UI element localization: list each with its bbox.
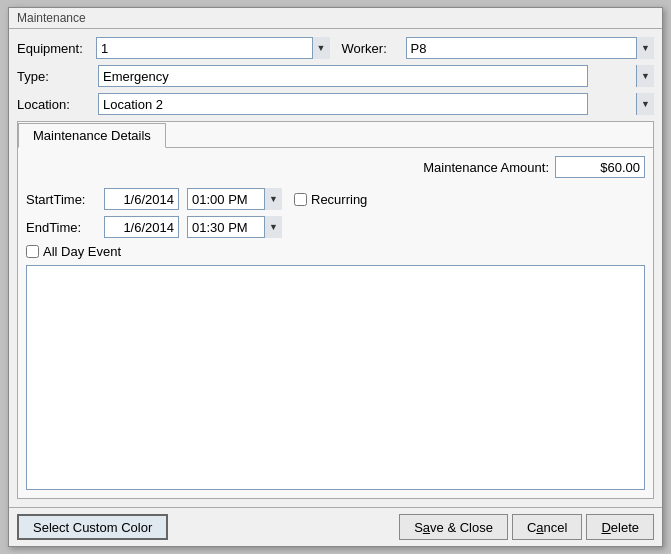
end-time-select-wrapper: 01:30 PM ▼ xyxy=(187,216,282,238)
save-close-button[interactable]: Save & Close xyxy=(399,514,508,540)
starttime-recurring-row: StartTime: 01:00 PM ▼ Recurring xyxy=(26,188,645,210)
tab-container: Maintenance Details Maintenance Amount: … xyxy=(17,121,654,499)
location-select[interactable]: Location 2 xyxy=(98,93,588,115)
delete-label: Delete xyxy=(601,520,639,535)
start-time-select[interactable]: 01:00 PM xyxy=(187,188,282,210)
recurring-label: Recurring xyxy=(311,192,367,207)
all-day-checkbox[interactable] xyxy=(26,245,39,258)
worker-select-wrapper: P8 ▼ xyxy=(406,37,655,59)
location-select-wrapper: Location 2 ▼ xyxy=(98,93,654,115)
custom-color-button[interactable]: Select Custom Color xyxy=(17,514,168,540)
type-dropdown-arrow: ▼ xyxy=(636,65,654,87)
location-label: Location: xyxy=(17,97,92,112)
start-date-input[interactable] xyxy=(104,188,179,210)
type-row: Type: Emergency ▼ xyxy=(17,65,654,87)
tab-content: Maintenance Amount: StartTime: 01:00 PM … xyxy=(18,148,653,498)
equipment-section: Equipment: 1 ▼ xyxy=(17,37,330,59)
type-select[interactable]: Emergency xyxy=(98,65,588,87)
worker-section: Worker: P8 ▼ xyxy=(342,37,655,59)
dialog-body: Equipment: 1 ▼ Worker: P8 ▼ xyxy=(9,29,662,507)
endtime-label: EndTime: xyxy=(26,220,96,235)
end-time-select[interactable]: 01:30 PM xyxy=(187,216,282,238)
endtime-row: EndTime: 01:30 PM ▼ xyxy=(26,216,645,238)
recurring-row: Recurring xyxy=(294,192,367,207)
tab-header: Maintenance Details xyxy=(18,122,653,148)
dialog-title: Maintenance xyxy=(9,8,662,29)
recurring-checkbox[interactable] xyxy=(294,193,307,206)
worker-select[interactable]: P8 xyxy=(406,37,655,59)
end-date-input[interactable] xyxy=(104,216,179,238)
equipment-label: Equipment: xyxy=(17,41,92,56)
all-day-row: All Day Event xyxy=(26,244,645,259)
location-row: Location: Location 2 ▼ xyxy=(17,93,654,115)
maintenance-amount-input[interactable] xyxy=(555,156,645,178)
type-label: Type: xyxy=(17,69,92,84)
maintenance-amount-label: Maintenance Amount: xyxy=(423,160,549,175)
equipment-select-wrapper: 1 ▼ xyxy=(96,37,330,59)
all-day-label: All Day Event xyxy=(43,244,121,259)
tab-maintenance-details[interactable]: Maintenance Details xyxy=(18,123,166,148)
equipment-worker-row: Equipment: 1 ▼ Worker: P8 ▼ xyxy=(17,37,654,59)
maintenance-dialog: Maintenance Equipment: 1 ▼ Worker: P8 xyxy=(8,7,663,547)
cancel-label: Cancel xyxy=(527,520,567,535)
start-time-select-wrapper: 01:00 PM ▼ xyxy=(187,188,282,210)
starttime-label: StartTime: xyxy=(26,192,96,207)
location-dropdown-arrow: ▼ xyxy=(636,93,654,115)
save-close-label: Save & Close xyxy=(414,520,493,535)
notes-textarea[interactable] xyxy=(26,265,645,490)
cancel-button[interactable]: Cancel xyxy=(512,514,582,540)
dialog-footer: Select Custom Color Save & Close Cancel … xyxy=(9,507,662,546)
delete-button[interactable]: Delete xyxy=(586,514,654,540)
worker-label: Worker: xyxy=(342,41,402,56)
starttime-row: StartTime: 01:00 PM ▼ xyxy=(26,188,282,210)
type-select-wrapper: Emergency ▼ xyxy=(98,65,654,87)
maintenance-amount-row: Maintenance Amount: xyxy=(26,156,645,178)
equipment-select[interactable]: 1 xyxy=(96,37,330,59)
